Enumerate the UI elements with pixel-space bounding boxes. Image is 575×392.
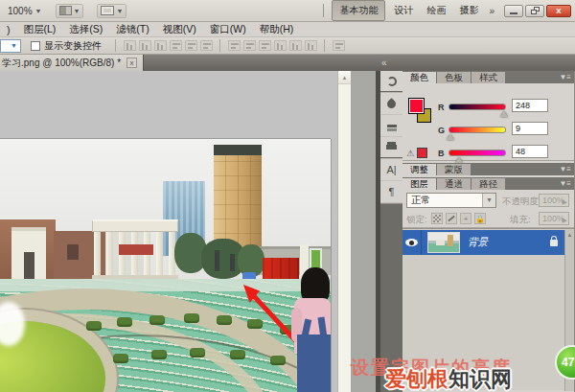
document-tab-title: 学习.png @ 100%(RGB/8) * [2,57,121,70]
red-slider[interactable] [448,104,506,110]
fill-label: 填充: [510,214,531,226]
distribute-top-edges-icon[interactable] [228,40,241,51]
clone-source-panel-icon[interactable] [380,137,402,159]
panel-menu-icon[interactable]: ▼≡ [559,73,571,81]
layers-blend-row: 正常 ▼ 不透明度: 100% ▶ [402,190,574,211]
collapse-panels-icon[interactable]: « [381,58,386,68]
divider [323,4,324,17]
blue-slider[interactable] [448,150,506,156]
red-value-field[interactable]: 248 [512,99,548,112]
restore-icon [531,7,540,14]
layer-visibility-toggle[interactable] [402,230,422,255]
green-slider[interactable] [448,127,506,133]
vertical-scrollbar[interactable]: ▲ [337,71,351,392]
panel-group: 颜色 色板 样式 ▼≡ R 248 G 9 ⚠ B 48 [402,71,575,392]
gamut-warning-icon[interactable]: ⚠ [406,149,414,158]
scroll-up-icon[interactable]: ▲ [338,71,351,84]
tab-styles[interactable]: 样式 [472,72,505,83]
restore-button[interactable] [525,5,544,17]
blend-mode-value: 正常 [411,195,430,205]
menu-item-select[interactable]: 选择(S) [62,23,109,36]
annotation-arrow [0,139,331,392]
brushes-panel-icon[interactable] [380,93,402,115]
chevron-right-icon: ▶ [563,196,567,208]
workspace-design-button[interactable]: 设计 [387,1,420,20]
history-panel-icon[interactable] [380,71,402,93]
layer-name: 背景 [468,236,488,249]
lock-all-icon[interactable]: 🔒 [474,213,486,224]
workspace-overflow-button[interactable]: » [485,6,498,16]
foreground-color-swatch[interactable] [408,98,425,114]
distribute-right-edges-icon[interactable] [305,40,317,51]
blue-value-field[interactable]: 48 [512,145,548,158]
panel-menu-icon[interactable]: ▼≡ [559,179,571,188]
channel-b-label: B [438,149,445,158]
gamut-color-swatch[interactable] [417,148,427,158]
blend-mode-select[interactable]: 正常 ▼ [406,193,496,208]
chevron-down-icon: ▼ [35,8,42,14]
window-gutter [351,71,376,392]
tab-masks[interactable]: 蒙版 [437,164,471,175]
menu-item-filter[interactable]: 滤镜(T) [109,23,155,36]
tab-layers[interactable]: 图层 [402,178,436,190]
lock-transparency-icon[interactable] [431,213,443,224]
chevron-down-icon: ▼ [11,42,17,49]
minimize-button[interactable] [504,5,523,17]
divider [115,39,116,52]
align-top-edges-icon[interactable] [170,40,182,51]
distribute-vertical-centers-icon[interactable] [243,40,256,51]
workspace-photography-button[interactable]: 摄影 [452,1,485,20]
zoom-level-value: 100% [8,6,33,16]
align-vertical-centers-icon[interactable] [185,40,197,51]
character-panel-icon[interactable]: A| [380,159,402,181]
opacity-label: 不透明度: [502,196,541,208]
workspace-basic-button[interactable]: 基本功能 [332,0,385,21]
auto-select-dropdown[interactable]: ▼ [0,39,21,53]
layer-row-background[interactable]: 背景 [402,230,565,255]
menu-item-help[interactable]: 帮助(H) [253,23,301,36]
panel-menu-icon[interactable]: ▼≡ [559,165,571,173]
divider [324,39,325,52]
close-button[interactable]: X [546,5,571,17]
layer-thumbnail[interactable] [427,232,460,253]
screen-mode-button[interactable]: ▼ [97,4,126,18]
green-slider-handle[interactable] [447,134,454,140]
watermark-part2: 知识网 [448,367,512,391]
auto-align-layers-icon[interactable] [333,40,345,51]
tab-paths[interactable]: 路径 [472,178,505,190]
watermark-part1: 爱刨根 [385,367,448,391]
lock-icon [550,240,558,246]
fill-field[interactable]: 100% ▶ [539,212,569,225]
align-bottom-edges-icon[interactable] [200,40,213,51]
opacity-field[interactable]: 100% ▶ [539,194,569,207]
chevron-down-icon: ▼ [482,194,495,207]
lock-position-icon[interactable]: + [460,213,472,224]
tab-channels[interactable]: 通道 [437,178,471,190]
align-left-edges-icon[interactable] [124,40,136,51]
tab-color[interactable]: 颜色 [402,72,436,83]
tool-presets-panel-icon[interactable] [380,115,402,137]
canvas-image[interactable] [0,139,331,392]
eye-icon [405,239,418,246]
red-slider-handle[interactable] [500,111,508,117]
paragraph-panel-icon[interactable]: ¶ [380,181,402,203]
document-tab[interactable]: 学习.png @ 100%(RGB/8) * x [0,55,144,71]
menu-item-window[interactable]: 窗口(W) [203,23,253,36]
menu-item-view[interactable]: 视图(V) [156,23,203,36]
green-value-field[interactable]: 9 [512,122,548,135]
distribute-horizontal-centers-icon[interactable] [289,40,302,51]
menu-bar: ) 图层(L) 选择(S) 滤镜(T) 视图(V) 窗口(W) 帮助(H) [0,22,575,37]
zoom-level-dropdown[interactable]: 100% ▼ [8,6,42,16]
menu-item-layer[interactable]: 图层(L) [17,23,63,36]
tab-adjustments[interactable]: 调整 [402,164,436,175]
arrange-documents-button[interactable]: ▼ [56,4,84,18]
workspace-painting-button[interactable]: 绘画 [420,1,452,20]
tab-swatches[interactable]: 色板 [437,72,471,83]
distribute-left-edges-icon[interactable] [274,40,287,51]
lock-image-icon[interactable] [446,213,457,224]
show-transform-controls-checkbox[interactable] [31,41,40,51]
align-horizontal-centers-icon[interactable] [139,40,151,51]
align-right-edges-icon[interactable] [154,40,167,51]
distribute-bottom-edges-icon[interactable] [259,40,271,51]
close-icon[interactable]: x [126,58,137,68]
